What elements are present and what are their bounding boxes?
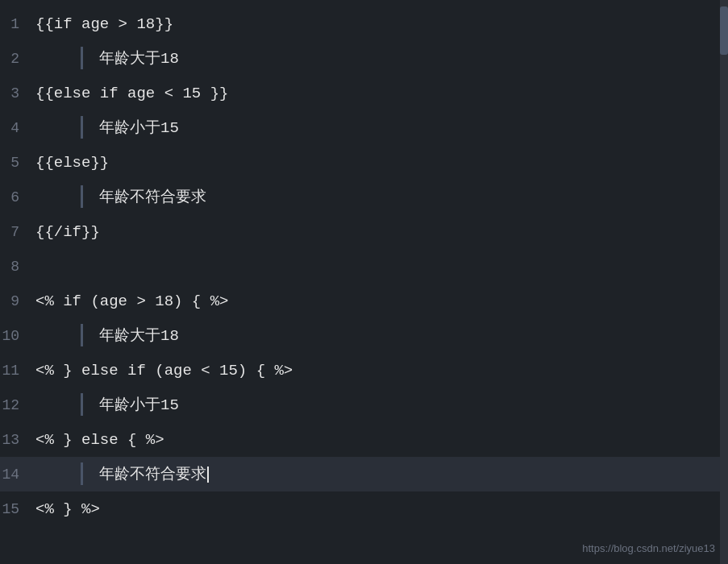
line-content: {{/if}}	[32, 223, 728, 241]
code-line: 8	[0, 249, 728, 284]
line-number: 10	[0, 328, 32, 344]
line-number: 9	[0, 293, 32, 309]
code-line: 4年龄小于15	[0, 110, 728, 145]
line-number: 14	[0, 467, 32, 483]
line-content: {{if age > 18}}	[32, 15, 728, 33]
line-content: 年龄不符合要求	[32, 463, 728, 485]
line-number: 4	[0, 120, 32, 136]
code-line: 10年龄大于18	[0, 318, 728, 353]
line-content: 年龄小于15	[32, 117, 728, 139]
code-line: 11<% } else if (age < 15) { %>	[0, 353, 728, 388]
line-number: 5	[0, 155, 32, 171]
line-number: 13	[0, 432, 32, 448]
code-line: 1{{if age > 18}}	[0, 6, 728, 41]
code-line: 9<% if (age > 18) { %>	[0, 284, 728, 318]
line-number: 3	[0, 85, 32, 102]
scrollbar-thumb[interactable]	[720, 6, 728, 55]
line-number: 11	[0, 363, 32, 379]
code-line: 14年龄不符合要求	[0, 457, 728, 491]
line-number: 2	[0, 51, 32, 67]
watermark: https://blog.csdn.net/ziyue13	[582, 542, 715, 554]
line-content: <% } else if (age < 15) { %>	[32, 362, 728, 379]
line-number: 1	[0, 16, 32, 32]
scrollbar[interactable]	[720, 0, 728, 564]
line-number: 8	[0, 259, 32, 275]
line-content: 年龄不符合要求	[32, 186, 728, 208]
code-line: 12年龄小于15	[0, 388, 728, 422]
line-content: {{else if age < 15 }}	[32, 85, 728, 102]
code-line: 2年龄大于18	[0, 41, 728, 76]
code-line: 13<% } else { %>	[0, 422, 728, 457]
line-content: {{else}}	[32, 154, 728, 172]
line-content: <% } %>	[32, 500, 728, 518]
line-number: 12	[0, 397, 32, 413]
line-content: 年龄大于18	[32, 325, 728, 346]
code-line: 15<% } %>	[0, 491, 728, 526]
line-number: 7	[0, 224, 32, 240]
code-line: 3{{else if age < 15 }}	[0, 76, 728, 110]
line-content: <% } else { %>	[32, 431, 728, 449]
line-content: 年龄大于18	[32, 48, 728, 69]
code-editor: 1{{if age > 18}}2年龄大于183{{else if age < …	[0, 0, 728, 564]
line-content: <% if (age > 18) { %>	[32, 292, 728, 310]
line-number: 6	[0, 189, 32, 205]
code-line: 5{{else}}	[0, 145, 728, 180]
text-cursor	[207, 467, 209, 483]
code-line: 6年龄不符合要求	[0, 180, 728, 214]
line-number: 15	[0, 501, 32, 517]
line-content: 年龄小于15	[32, 394, 728, 416]
code-line: 7{{/if}}	[0, 214, 728, 249]
